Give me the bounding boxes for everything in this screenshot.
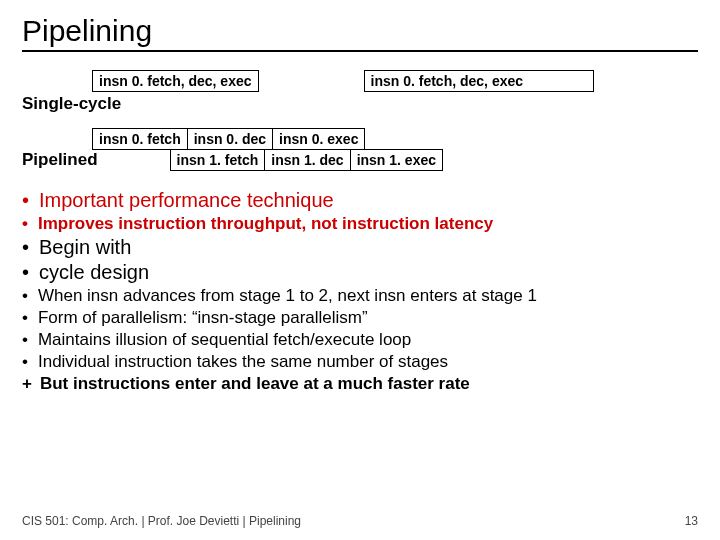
bullet-list: Important performance technique Improves…	[22, 189, 698, 394]
slide: Pipelining insn 0. fetch, dec, exec insn…	[0, 0, 720, 540]
bullet-l2-3: Form of parallelism: “insn-stage paralle…	[22, 308, 698, 328]
bullet-l2-5: Individual instruction takes the same nu…	[22, 352, 698, 372]
pipelined-row: insn 0. fetch insn 0. dec insn 0. exec P…	[22, 128, 698, 171]
slide-title: Pipelining	[22, 14, 698, 52]
bullet-l2-2: When insn advances from stage 1 to 2, ne…	[22, 286, 698, 306]
p0-dec: insn 0. dec	[187, 128, 273, 150]
single-cycle-box-2: insn 0. fetch, dec, exec	[364, 70, 595, 92]
p1-exec: insn 1. exec	[350, 149, 443, 171]
bullet-l2-6: But instructions enter and leave at a mu…	[22, 374, 698, 394]
pipelined-label: Pipelined	[22, 150, 98, 170]
p1-fetch: insn 1. fetch	[170, 149, 266, 171]
bullet-l1-2: Begin with	[22, 236, 698, 259]
p1-dec: insn 1. dec	[264, 149, 350, 171]
bullet-l2-1: Improves instruction throughput, not ins…	[22, 214, 698, 234]
pipelined-insn0: insn 0. fetch insn 0. dec insn 0. exec	[92, 128, 443, 150]
p0-fetch: insn 0. fetch	[92, 128, 188, 150]
footer: CIS 501: Comp. Arch. | Prof. Joe Deviett…	[22, 514, 698, 528]
footer-page-number: 13	[685, 514, 698, 528]
timing-diagram: insn 0. fetch, dec, exec insn 0. fetch, …	[22, 70, 698, 171]
single-cycle-box-1: insn 0. fetch, dec, exec	[92, 70, 259, 92]
bullet-l2-4: Maintains illusion of sequential fetch/e…	[22, 330, 698, 350]
single-cycle-row: insn 0. fetch, dec, exec insn 0. fetch, …	[22, 70, 698, 92]
bullet-l1-3: cycle design	[22, 261, 698, 284]
bullet-l1-1: Important performance technique	[22, 189, 698, 212]
footer-left: CIS 501: Comp. Arch. | Prof. Joe Deviett…	[22, 514, 301, 528]
pipelined-insn1: insn 1. fetch insn 1. dec insn 1. exec	[170, 149, 443, 171]
single-cycle-label: Single-cycle	[22, 94, 698, 114]
p0-exec: insn 0. exec	[272, 128, 365, 150]
